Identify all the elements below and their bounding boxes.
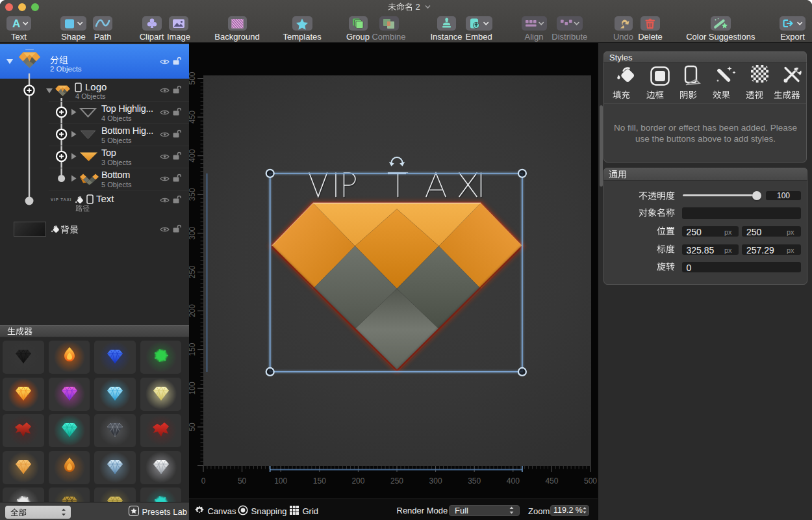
svg-text:500: 500	[189, 72, 197, 84]
svg-text:500: 500	[584, 476, 597, 486]
svg-text:50: 50	[189, 422, 197, 432]
svg-text:350: 350	[189, 188, 197, 201]
svg-text:0: 0	[201, 476, 206, 486]
svg-text:300: 300	[189, 227, 197, 240]
svg-text:250: 250	[189, 265, 197, 278]
svg-text:200: 200	[351, 476, 364, 486]
svg-text:450: 450	[189, 110, 197, 124]
svg-text:150: 150	[189, 343, 197, 356]
svg-text:350: 350	[468, 476, 481, 486]
svg-text:450: 450	[545, 476, 558, 486]
svg-text:A: A	[12, 18, 20, 30]
svg-text:400: 400	[189, 149, 197, 162]
svg-text:50: 50	[238, 476, 247, 486]
svg-text:200: 200	[189, 304, 197, 317]
svg-text:400: 400	[507, 476, 520, 486]
svg-text:100: 100	[274, 476, 287, 486]
svg-text:150: 150	[313, 476, 326, 486]
svg-text:300: 300	[429, 476, 442, 486]
svg-text:250: 250	[390, 476, 403, 486]
svg-text:100: 100	[189, 382, 197, 395]
